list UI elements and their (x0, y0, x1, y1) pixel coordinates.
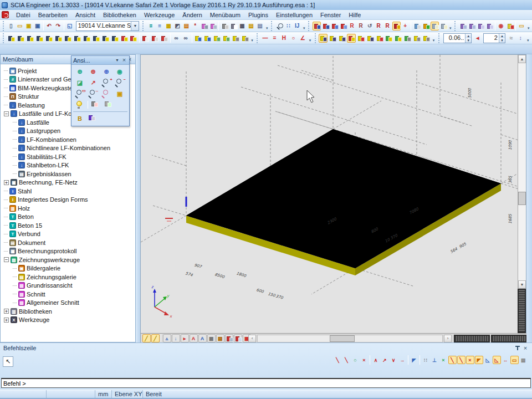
select-rect-icon[interactable] (330, 22, 339, 30)
tree-item-ergebnisklassen[interactable]: ▤Ergebnisklassen (1, 170, 135, 178)
scroll-right-icon[interactable]: › (444, 335, 452, 342)
rotate-view-3-icon[interactable]: ⊕ (100, 66, 113, 77)
snap-curve-icon[interactable]: ∨ (390, 356, 398, 364)
activity-icon[interactable] (241, 34, 249, 43)
show-descriptions-icon[interactable]: A (198, 334, 207, 342)
save-icon[interactable]: ▣ (33, 22, 42, 30)
count-spinner[interactable]: 2▲▼ (483, 33, 505, 43)
tree-item-holz[interactable]: ▥Holz (1, 204, 135, 213)
viewport-hscrollbar[interactable] (257, 335, 443, 342)
draw-circle-icon[interactable]: ○ (289, 34, 298, 43)
tree-item-zeichnungswerkzeuge[interactable]: −▨Zeichnungswerkzeuge (1, 255, 135, 264)
draw-frame-icon[interactable]: H (279, 34, 288, 43)
toolbar-overflow-chevron[interactable]: ▾ (308, 38, 313, 44)
draw-line-icon[interactable]: — (260, 34, 269, 43)
move-node-icon[interactable] (7, 34, 16, 43)
shell-icon[interactable] (384, 34, 393, 43)
perspective-icon[interactable]: ╱ (142, 334, 151, 342)
deselect-all-icon[interactable]: R (357, 22, 365, 30)
load-panel-icon[interactable] (412, 34, 421, 43)
move-element-icon[interactable] (25, 34, 34, 43)
tree-item-schnitt[interactable]: ▧Schnitt (1, 290, 135, 299)
tree-item-berechnungsprotokoll[interactable]: ▦Berechnungsprotokoll (1, 247, 135, 256)
clipping-box-icon[interactable]: ▣ (114, 88, 126, 99)
rotate-view-icon[interactable]: ⊕ (74, 66, 86, 77)
save-as-icon[interactable]: ▣ (24, 22, 33, 30)
smooth-icon[interactable]: ≈ (507, 34, 515, 43)
rotate-icon[interactable] (44, 34, 53, 43)
toolbar-grip[interactable] (454, 21, 457, 31)
spin-up-icon[interactable]: ▲ (499, 34, 505, 38)
select-single-icon[interactable] (313, 22, 321, 30)
zoom-document-icon[interactable] (275, 22, 284, 30)
tree-item-werkzeuge[interactable]: +XWerkzeuge (1, 316, 135, 325)
tile-windows-icon[interactable] (468, 22, 476, 30)
snap-line-icon[interactable]: ╲ (334, 356, 342, 364)
tree-item-bibliotheken[interactable]: +▥Bibliotheken (1, 307, 135, 316)
snap-settings-icon[interactable]: ▤ (519, 356, 528, 364)
copy-element-icon[interactable] (35, 34, 44, 43)
count-spinner-arrows[interactable]: ▲▼ (499, 34, 505, 43)
image-gallery-icon[interactable] (413, 22, 421, 30)
zoom-window-icon[interactable]: ▭ (74, 88, 86, 99)
snap-direction-icon[interactable]: ↗ (381, 356, 389, 364)
spin-down-icon[interactable]: ▼ (499, 38, 505, 43)
menu-einstellungen[interactable]: Einstellungen (272, 11, 316, 19)
rib-icon[interactable] (393, 34, 402, 43)
undo-icon[interactable]: ↶ (45, 22, 53, 30)
select-polygon-icon[interactable] (321, 22, 330, 30)
pin-icon[interactable] (515, 345, 520, 351)
menu-hilfe[interactable]: Hilfe (345, 11, 365, 19)
redo-icon[interactable]: ↷ (54, 22, 62, 30)
snap-orthogonal-icon[interactable]: ◤ (475, 356, 483, 364)
polyline-edit-icon[interactable] (120, 34, 129, 43)
tree-item-beton[interactable]: TBeton (1, 213, 135, 222)
draw-angle-icon[interactable]: ∠ (298, 34, 307, 43)
toolbar-grip[interactable] (315, 33, 317, 43)
tree-item-bildergalerie[interactable]: ▣Bildergalerie (1, 264, 135, 273)
trim-icon[interactable] (82, 34, 91, 43)
clipboard-icon[interactable]: ▤ (182, 22, 191, 30)
hide-selection-icon[interactable] (203, 34, 212, 43)
select-add-icon[interactable]: R (383, 22, 392, 30)
show-model-data-icon[interactable]: ▸ (181, 334, 189, 342)
tree-item-grundrissansicht[interactable]: ▧Grundrissansicht (1, 282, 135, 290)
menu-ndern[interactable]: Ändern (178, 11, 206, 19)
spin-up-icon[interactable]: ▲ (466, 34, 471, 38)
scroll-up-icon[interactable]: ▲ (518, 55, 526, 63)
cursor-snap-icon[interactable]: ◤ (410, 356, 418, 364)
snap-length-icon[interactable]: ↔ (502, 356, 510, 364)
wireframe-window-icon[interactable] (431, 22, 439, 30)
join-icon[interactable] (110, 34, 119, 43)
cascade-windows-icon[interactable] (459, 22, 467, 30)
beam-opening-icon[interactable] (356, 34, 365, 43)
tree-item-dokument[interactable]: ▤Dokument (1, 238, 135, 247)
mesh-icon[interactable]: * (191, 22, 200, 30)
coordinates-info-icon[interactable]: IJ (293, 22, 301, 30)
close-icon[interactable]: × (522, 345, 529, 351)
document-edit-icon[interactable]: ▤ (247, 22, 255, 30)
menu-bibliotheken[interactable]: Bibliotheken (99, 11, 140, 19)
copy-visibility-icon[interactable] (212, 34, 221, 43)
tree-item-lastgruppen[interactable]: ↓Lastgruppen (1, 127, 135, 136)
draw-parallel-icon[interactable]: = (270, 34, 279, 43)
scale-spinner-arrows[interactable]: ▲▼ (465, 34, 471, 43)
snap-arc-icon[interactable]: ◺ (493, 356, 501, 364)
toolbar-overflow-chevron[interactable]: ▾ (526, 26, 531, 32)
chart-icon[interactable]: ◩ (173, 22, 182, 30)
break-icon[interactable] (101, 34, 110, 43)
select-circle-icon[interactable] (339, 22, 347, 30)
view-window-icon[interactable] (225, 334, 233, 342)
previous-step-icon[interactable]: ◄ (473, 34, 482, 43)
select-remove-icon[interactable]: R (375, 22, 383, 30)
toolbar-grip[interactable] (3, 33, 5, 43)
toolbar-grip[interactable] (438, 33, 441, 43)
show-loads-icon[interactable]: ↓ (172, 334, 180, 342)
rendered-window-icon[interactable] (439, 22, 448, 30)
zoom-selection-icon[interactable] (100, 88, 113, 99)
scale-spinner[interactable]: 0.06..▲▼ (443, 33, 472, 43)
chevron-down-icon[interactable]: ▼ (131, 22, 139, 30)
tree-item-stahlbeton-lfk[interactable]: ↓Stahlbeton-LFK (1, 161, 135, 170)
scroll-down-icon[interactable]: ▼ (518, 280, 526, 289)
select-previous-icon[interactable]: ↺ (366, 22, 374, 30)
